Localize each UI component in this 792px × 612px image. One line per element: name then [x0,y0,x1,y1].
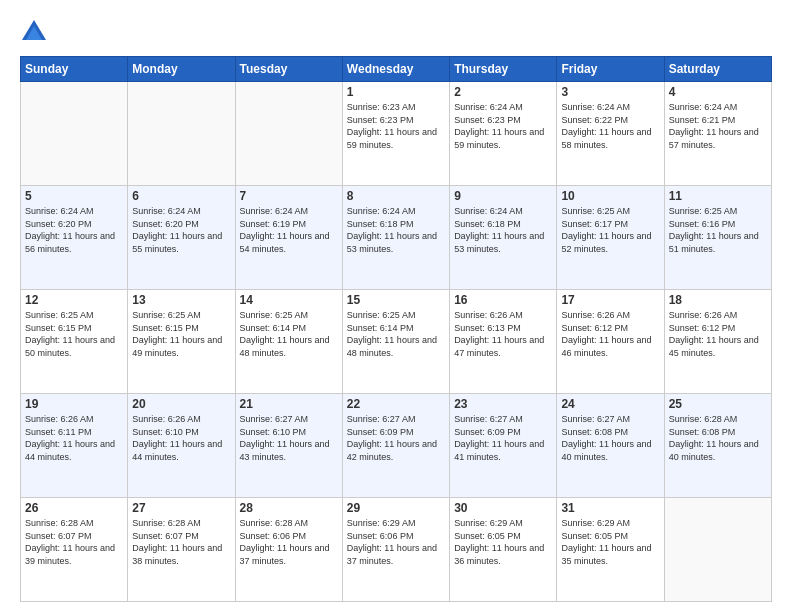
day-number: 27 [132,501,230,515]
day-info: Sunrise: 6:25 AM Sunset: 6:14 PM Dayligh… [240,309,338,359]
calendar-cell: 19Sunrise: 6:26 AM Sunset: 6:11 PM Dayli… [21,394,128,498]
day-info: Sunrise: 6:26 AM Sunset: 6:11 PM Dayligh… [25,413,123,463]
weekday-header-saturday: Saturday [664,57,771,82]
calendar-cell: 21Sunrise: 6:27 AM Sunset: 6:10 PM Dayli… [235,394,342,498]
calendar-cell [21,82,128,186]
day-info: Sunrise: 6:26 AM Sunset: 6:13 PM Dayligh… [454,309,552,359]
calendar-cell: 5Sunrise: 6:24 AM Sunset: 6:20 PM Daylig… [21,186,128,290]
weekday-header-monday: Monday [128,57,235,82]
calendar-cell: 2Sunrise: 6:24 AM Sunset: 6:23 PM Daylig… [450,82,557,186]
day-info: Sunrise: 6:26 AM Sunset: 6:12 PM Dayligh… [669,309,767,359]
header [20,18,772,46]
calendar-cell [664,498,771,602]
weekday-header-row: SundayMondayTuesdayWednesdayThursdayFrid… [21,57,772,82]
day-info: Sunrise: 6:28 AM Sunset: 6:07 PM Dayligh… [25,517,123,567]
calendar-cell [128,82,235,186]
weekday-header-friday: Friday [557,57,664,82]
day-number: 23 [454,397,552,411]
calendar-cell: 20Sunrise: 6:26 AM Sunset: 6:10 PM Dayli… [128,394,235,498]
day-number: 16 [454,293,552,307]
calendar-cell: 1Sunrise: 6:23 AM Sunset: 6:23 PM Daylig… [342,82,449,186]
day-number: 4 [669,85,767,99]
day-number: 15 [347,293,445,307]
day-number: 2 [454,85,552,99]
day-number: 30 [454,501,552,515]
day-info: Sunrise: 6:27 AM Sunset: 6:09 PM Dayligh… [454,413,552,463]
calendar-cell: 27Sunrise: 6:28 AM Sunset: 6:07 PM Dayli… [128,498,235,602]
calendar-cell: 6Sunrise: 6:24 AM Sunset: 6:20 PM Daylig… [128,186,235,290]
day-number: 22 [347,397,445,411]
day-number: 12 [25,293,123,307]
day-info: Sunrise: 6:27 AM Sunset: 6:08 PM Dayligh… [561,413,659,463]
day-info: Sunrise: 6:24 AM Sunset: 6:18 PM Dayligh… [347,205,445,255]
calendar-cell: 15Sunrise: 6:25 AM Sunset: 6:14 PM Dayli… [342,290,449,394]
day-info: Sunrise: 6:25 AM Sunset: 6:16 PM Dayligh… [669,205,767,255]
day-number: 19 [25,397,123,411]
day-number: 3 [561,85,659,99]
day-info: Sunrise: 6:23 AM Sunset: 6:23 PM Dayligh… [347,101,445,151]
calendar-cell: 31Sunrise: 6:29 AM Sunset: 6:05 PM Dayli… [557,498,664,602]
day-number: 11 [669,189,767,203]
day-info: Sunrise: 6:25 AM Sunset: 6:15 PM Dayligh… [132,309,230,359]
calendar-cell: 17Sunrise: 6:26 AM Sunset: 6:12 PM Dayli… [557,290,664,394]
day-info: Sunrise: 6:28 AM Sunset: 6:07 PM Dayligh… [132,517,230,567]
day-number: 26 [25,501,123,515]
day-info: Sunrise: 6:24 AM Sunset: 6:23 PM Dayligh… [454,101,552,151]
calendar-cell: 8Sunrise: 6:24 AM Sunset: 6:18 PM Daylig… [342,186,449,290]
day-number: 8 [347,189,445,203]
calendar-cell: 3Sunrise: 6:24 AM Sunset: 6:22 PM Daylig… [557,82,664,186]
logo [20,18,52,46]
day-number: 29 [347,501,445,515]
day-number: 7 [240,189,338,203]
day-number: 13 [132,293,230,307]
week-row-4: 19Sunrise: 6:26 AM Sunset: 6:11 PM Dayli… [21,394,772,498]
calendar-cell: 28Sunrise: 6:28 AM Sunset: 6:06 PM Dayli… [235,498,342,602]
day-info: Sunrise: 6:27 AM Sunset: 6:10 PM Dayligh… [240,413,338,463]
day-number: 18 [669,293,767,307]
day-info: Sunrise: 6:24 AM Sunset: 6:20 PM Dayligh… [132,205,230,255]
calendar-cell: 9Sunrise: 6:24 AM Sunset: 6:18 PM Daylig… [450,186,557,290]
week-row-3: 12Sunrise: 6:25 AM Sunset: 6:15 PM Dayli… [21,290,772,394]
weekday-header-sunday: Sunday [21,57,128,82]
day-info: Sunrise: 6:25 AM Sunset: 6:17 PM Dayligh… [561,205,659,255]
day-info: Sunrise: 6:29 AM Sunset: 6:05 PM Dayligh… [561,517,659,567]
day-info: Sunrise: 6:24 AM Sunset: 6:21 PM Dayligh… [669,101,767,151]
day-info: Sunrise: 6:25 AM Sunset: 6:15 PM Dayligh… [25,309,123,359]
day-number: 31 [561,501,659,515]
day-info: Sunrise: 6:24 AM Sunset: 6:20 PM Dayligh… [25,205,123,255]
calendar-cell: 25Sunrise: 6:28 AM Sunset: 6:08 PM Dayli… [664,394,771,498]
day-info: Sunrise: 6:24 AM Sunset: 6:19 PM Dayligh… [240,205,338,255]
weekday-header-tuesday: Tuesday [235,57,342,82]
weekday-header-wednesday: Wednesday [342,57,449,82]
calendar: SundayMondayTuesdayWednesdayThursdayFrid… [20,56,772,602]
weekday-header-thursday: Thursday [450,57,557,82]
day-number: 1 [347,85,445,99]
calendar-cell: 18Sunrise: 6:26 AM Sunset: 6:12 PM Dayli… [664,290,771,394]
day-info: Sunrise: 6:28 AM Sunset: 6:06 PM Dayligh… [240,517,338,567]
day-number: 14 [240,293,338,307]
calendar-cell: 29Sunrise: 6:29 AM Sunset: 6:06 PM Dayli… [342,498,449,602]
calendar-cell: 26Sunrise: 6:28 AM Sunset: 6:07 PM Dayli… [21,498,128,602]
day-info: Sunrise: 6:25 AM Sunset: 6:14 PM Dayligh… [347,309,445,359]
day-number: 10 [561,189,659,203]
calendar-cell [235,82,342,186]
calendar-cell: 12Sunrise: 6:25 AM Sunset: 6:15 PM Dayli… [21,290,128,394]
calendar-cell: 10Sunrise: 6:25 AM Sunset: 6:17 PM Dayli… [557,186,664,290]
day-number: 21 [240,397,338,411]
day-info: Sunrise: 6:29 AM Sunset: 6:05 PM Dayligh… [454,517,552,567]
day-number: 5 [25,189,123,203]
calendar-cell: 11Sunrise: 6:25 AM Sunset: 6:16 PM Dayli… [664,186,771,290]
day-info: Sunrise: 6:26 AM Sunset: 6:10 PM Dayligh… [132,413,230,463]
calendar-cell: 7Sunrise: 6:24 AM Sunset: 6:19 PM Daylig… [235,186,342,290]
day-info: Sunrise: 6:28 AM Sunset: 6:08 PM Dayligh… [669,413,767,463]
calendar-cell: 30Sunrise: 6:29 AM Sunset: 6:05 PM Dayli… [450,498,557,602]
day-number: 28 [240,501,338,515]
day-info: Sunrise: 6:24 AM Sunset: 6:18 PM Dayligh… [454,205,552,255]
calendar-cell: 13Sunrise: 6:25 AM Sunset: 6:15 PM Dayli… [128,290,235,394]
page: SundayMondayTuesdayWednesdayThursdayFrid… [0,0,792,612]
day-number: 17 [561,293,659,307]
calendar-cell: 23Sunrise: 6:27 AM Sunset: 6:09 PM Dayli… [450,394,557,498]
calendar-cell: 16Sunrise: 6:26 AM Sunset: 6:13 PM Dayli… [450,290,557,394]
calendar-cell: 4Sunrise: 6:24 AM Sunset: 6:21 PM Daylig… [664,82,771,186]
day-info: Sunrise: 6:24 AM Sunset: 6:22 PM Dayligh… [561,101,659,151]
